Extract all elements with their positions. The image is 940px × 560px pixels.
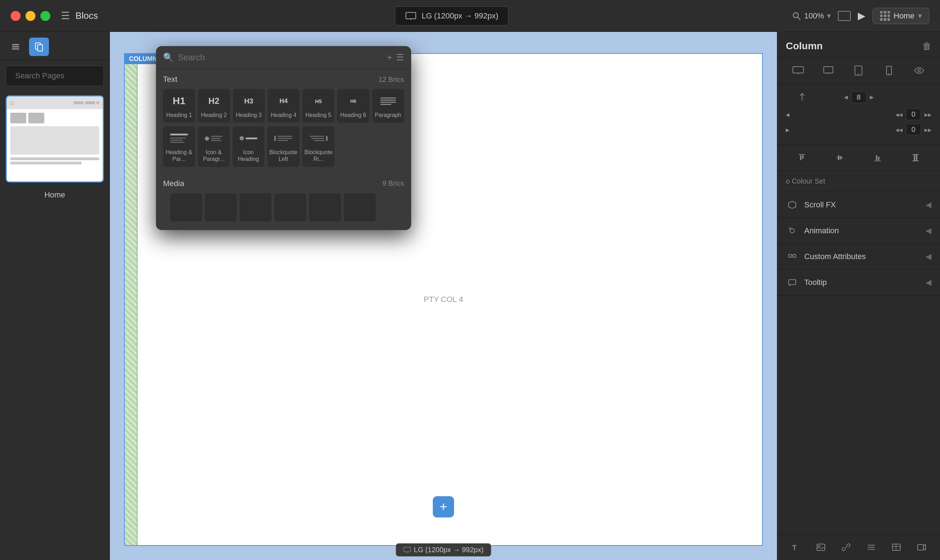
- colour-set-text: o Colour Set: [786, 177, 825, 185]
- bric-blockquote-right[interactable]: Blockquote Ri...: [302, 126, 335, 166]
- bric-blockquote-left[interactable]: Blockquote Left: [267, 126, 300, 166]
- text-category-count: 12 Brics: [378, 75, 404, 84]
- tab-layers[interactable]: [6, 38, 26, 56]
- padding-left-arrow[interactable]: ◂: [844, 92, 848, 102]
- padding-right-arrow[interactable]: ▸: [870, 92, 874, 102]
- animation-section[interactable]: Animation ◀: [777, 218, 940, 244]
- tablet-view[interactable]: [851, 63, 866, 78]
- bric-h3[interactable]: H3 Heading 3: [233, 89, 265, 123]
- bric-heading-paragraph[interactable]: Heading & Par...: [163, 126, 195, 166]
- search-pages-input[interactable]: [15, 71, 113, 80]
- scroll-fx-chevron: ◀: [925, 200, 931, 209]
- video-icon-btn[interactable]: [914, 540, 929, 555]
- menu-icon[interactable]: ☰: [61, 10, 70, 22]
- bric-picker-panel: 🔍 + ☰ Text 12 Brics H1 Heading 1 H2 Head…: [156, 46, 411, 230]
- align-top-btn[interactable]: [794, 89, 810, 105]
- media-category: Media 9 Brics: [156, 173, 411, 230]
- titlebar-right: 100% ▾ ▶ Home ▾: [791, 8, 929, 24]
- align-content-top[interactable]: [794, 150, 809, 166]
- text-category-title: Text: [163, 75, 177, 84]
- align-content-stretch[interactable]: [908, 150, 923, 166]
- page-name-home: Home: [6, 187, 104, 203]
- page-thumbnail-home[interactable]: ⌂: [6, 95, 104, 183]
- media-category-header: Media 9 Brics: [163, 179, 404, 188]
- svg-rect-48: [817, 544, 825, 551]
- svg-rect-31: [838, 155, 839, 160]
- bric-h4[interactable]: H4 Heading 4: [268, 89, 300, 123]
- zoom-chevron[interactable]: ▾: [827, 11, 831, 20]
- right-sidebar: Column 🗑: [777, 32, 940, 560]
- table-icon-btn[interactable]: [889, 540, 904, 555]
- bric-icon-paragraph[interactable]: Icon & Paragr...: [198, 126, 230, 166]
- media-bric-1[interactable]: [170, 193, 202, 222]
- animation-label: Animation: [804, 226, 839, 235]
- margin-right-control: 0: [906, 124, 921, 135]
- tooltip-label: Tooltip: [804, 278, 827, 287]
- media-bric-2[interactable]: [205, 193, 237, 222]
- desktop-medium-view[interactable]: [820, 63, 836, 78]
- titlebar: ☰ Blocs LG (1200px → 992px) 100% ▾ ▶: [0, 0, 940, 32]
- text-icon-btn[interactable]: T: [788, 540, 803, 555]
- link-icon-btn[interactable]: [838, 540, 854, 555]
- preview-rect: [838, 11, 851, 21]
- desktop-large-view[interactable]: [791, 63, 806, 78]
- mobile-view[interactable]: [881, 63, 897, 78]
- close-button[interactable]: [11, 11, 20, 21]
- media-bric-5[interactable]: [309, 193, 341, 222]
- margin-right-increase[interactable]: ▸▸: [925, 125, 931, 134]
- monitor-icon: [405, 10, 417, 22]
- svg-rect-42: [789, 254, 791, 257]
- play-button[interactable]: ▶: [858, 10, 866, 22]
- media-bric-row: [163, 193, 404, 227]
- delete-button[interactable]: 🗑: [922, 41, 931, 52]
- media-bric-4[interactable]: [274, 193, 306, 222]
- scroll-fx-label: Scroll FX: [804, 200, 836, 209]
- eye-icon-btn[interactable]: [911, 63, 927, 78]
- tab-pages[interactable]: [29, 38, 49, 56]
- svg-rect-53: [892, 544, 900, 551]
- custom-attributes-label: Custom Attributes: [804, 252, 866, 261]
- add-bric-list-btn[interactable]: +: [387, 52, 392, 62]
- bric-icon-heading[interactable]: Icon Heading: [232, 126, 265, 166]
- bric-h6[interactable]: H6 Heading 6: [337, 89, 369, 123]
- margin-left-value: 0: [906, 109, 920, 120]
- margin-right-decrease[interactable]: ◂◂: [895, 125, 902, 134]
- svg-text:T: T: [792, 544, 797, 551]
- svg-rect-9: [38, 45, 43, 51]
- titlebar-center: LG (1200px → 992px): [112, 6, 791, 26]
- add-bric-button[interactable]: [433, 496, 454, 517]
- margin-left-decrease[interactable]: ◂◂: [895, 110, 902, 119]
- align-content-bottom[interactable]: [870, 150, 885, 166]
- viewport-selector[interactable]: LG (1200px → 992px): [395, 6, 508, 26]
- margin-left-control: 0: [906, 108, 921, 120]
- bric-list-view-btn[interactable]: ☰: [396, 52, 404, 62]
- tooltip-label-area: Tooltip: [786, 276, 827, 289]
- zoom-area[interactable]: 100% ▾: [791, 11, 831, 21]
- bric-h5[interactable]: H5 Heading 5: [302, 89, 334, 123]
- align-content-middle[interactable]: [832, 150, 848, 166]
- svg-rect-0: [406, 12, 416, 19]
- media-bric-6[interactable]: [344, 193, 376, 222]
- image-icon-btn[interactable]: [813, 540, 829, 555]
- custom-attributes-section[interactable]: Custom Attributes ◀: [777, 244, 940, 270]
- tooltip-section[interactable]: Tooltip ◀: [777, 270, 940, 295]
- svg-rect-12: [404, 547, 411, 552]
- search-bar: +: [6, 66, 104, 86]
- colour-set-section[interactable]: o Colour Set: [777, 171, 940, 192]
- colour-set-label-area: o Colour Set: [786, 177, 825, 185]
- svg-rect-6: [12, 46, 19, 48]
- maximize-button[interactable]: [40, 11, 50, 21]
- home-dropdown[interactable]: Home ▾: [873, 8, 929, 24]
- bric-paragraph[interactable]: Paragraph: [372, 89, 404, 123]
- bric-search-input[interactable]: [178, 52, 383, 62]
- media-bric-3[interactable]: [240, 193, 271, 222]
- margin-left-increase[interactable]: ▸▸: [925, 110, 931, 119]
- svg-rect-7: [12, 48, 19, 49]
- bric-h2[interactable]: H2 Heading 2: [198, 89, 230, 123]
- minimize-button[interactable]: [26, 11, 35, 21]
- list-icon-btn-bottom[interactable]: [863, 540, 879, 555]
- svg-rect-29: [802, 155, 803, 159]
- scroll-fx-section[interactable]: Scroll FX ◀: [777, 192, 940, 218]
- bric-h1[interactable]: H1 Heading 1: [163, 89, 195, 123]
- traffic-lights: [11, 11, 50, 21]
